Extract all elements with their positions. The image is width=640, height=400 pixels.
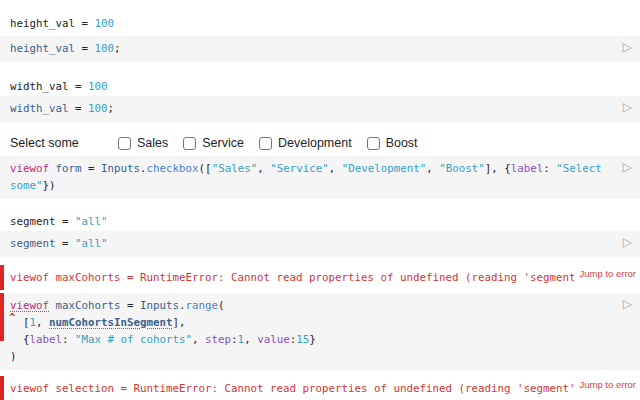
code-cell-form[interactable]: viewof form = Inputs.checkbox(["Sales", … — [0, 156, 640, 199]
cell-output-width: width_val = 100 — [0, 76, 640, 96]
checkbox-boost-label: Boost — [386, 136, 418, 150]
code-editor[interactable]: viewof maxCohorts = Inputs.range( [1, nu… — [10, 297, 610, 365]
checkbox-sales[interactable]: Sales — [118, 136, 168, 150]
code-cell-width[interactable]: width_val = 100; ▷ — [0, 96, 640, 122]
checkbox-service-label: Service — [202, 136, 244, 150]
run-cell-icon[interactable]: ▷ — [623, 297, 632, 311]
checkbox-development-input[interactable] — [259, 137, 272, 150]
checkbox-service[interactable]: Service — [183, 136, 244, 150]
jump-to-error-link[interactable]: Jump to error — [575, 267, 639, 281]
error-bar — [0, 376, 4, 400]
error-bar — [0, 293, 4, 341]
jump-to-error-link[interactable]: Jump to error — [575, 378, 639, 392]
error-message: viewof selection = RuntimeError: Cannot … — [10, 380, 574, 397]
code-cell-height[interactable]: height_val = 100; ▷ — [0, 36, 640, 62]
checkbox-development-label: Development — [278, 136, 352, 150]
code-editor[interactable]: viewof form = Inputs.checkbox(["Sales", … — [10, 160, 610, 194]
output-text: height_val = 100 — [10, 15, 114, 32]
checkbox-form-output: Select some Sales Service Development Bo… — [0, 132, 640, 154]
notebook-page: height_val = 100 height_val = 100; ▷ wid… — [0, 0, 640, 400]
checkbox-service-input[interactable] — [183, 137, 196, 150]
cell-output-segment: segment = "all" — [0, 211, 640, 231]
code-editor[interactable]: segment = "all" — [10, 235, 610, 252]
run-cell-icon[interactable]: ▷ — [623, 100, 632, 114]
error-message: viewof maxCohorts = RuntimeError: Cannot… — [10, 269, 574, 286]
checkbox-development[interactable]: Development — [259, 136, 352, 150]
run-cell-icon[interactable]: ▷ — [623, 160, 632, 174]
output-text: segment = "all" — [10, 213, 108, 230]
error-bar — [0, 265, 4, 290]
error-output-selection: viewof selection = RuntimeError: Cannot … — [0, 376, 640, 400]
checkbox-sales-label: Sales — [137, 136, 168, 150]
checkbox-sales-input[interactable] — [118, 137, 131, 150]
run-cell-icon[interactable]: ▷ — [623, 235, 632, 249]
code-cell-segment[interactable]: segment = "all" ▷ — [0, 231, 640, 257]
run-cell-icon[interactable]: ▷ — [623, 40, 632, 54]
code-editor[interactable]: height_val = 100; — [10, 40, 610, 57]
code-editor[interactable]: width_val = 100; — [10, 100, 610, 117]
output-text: width_val = 100 — [10, 78, 108, 95]
checkbox-boost-input[interactable] — [367, 137, 380, 150]
error-caret-icon: ^ — [9, 311, 16, 324]
error-output-maxcohorts: viewof maxCohorts = RuntimeError: Cannot… — [0, 265, 640, 290]
cell-output-height: height_val = 100 — [0, 13, 640, 33]
form-label: Select some — [10, 136, 118, 150]
code-cell-maxcohorts[interactable]: viewof maxCohorts = Inputs.range( [1, nu… — [0, 293, 640, 370]
checkbox-boost[interactable]: Boost — [367, 136, 418, 150]
